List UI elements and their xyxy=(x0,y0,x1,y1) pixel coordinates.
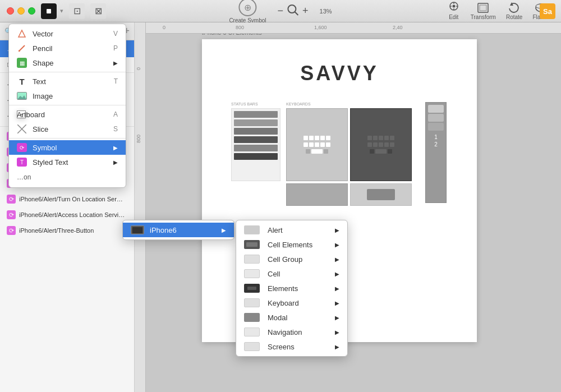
cell-label: Cell xyxy=(268,270,280,278)
ruler-mark-2400: 2,40 xyxy=(393,25,403,30)
menu-item-shape[interactable]: ▦ Shape ▶ xyxy=(9,56,126,70)
navigation-icon xyxy=(244,328,260,336)
status-bars-preview xyxy=(231,108,280,181)
shape-label: Shape xyxy=(33,59,54,67)
symbol-icon-7: ⟳ xyxy=(7,226,16,235)
iphone6-menu-item[interactable]: iPhone6 ▶ xyxy=(123,223,234,237)
canvas-viewport[interactable]: iPhone 6 UI Elements SAVVY STATUS BARS xyxy=(146,34,561,392)
edit-icon xyxy=(447,2,461,14)
menu-item-symbol[interactable]: ⟳ Symbol ▶ xyxy=(9,140,126,155)
cell-elements-icon xyxy=(244,240,260,249)
cell-elements-arrow: ▶ xyxy=(335,242,339,248)
menu-item-text[interactable]: T Text T xyxy=(9,74,126,89)
keyboards-label: KEYBOARDS xyxy=(286,102,421,106)
cat-navigation[interactable]: Navigation ▶ xyxy=(236,325,347,339)
zoom-out-button[interactable]: − xyxy=(278,5,284,17)
modal-icon xyxy=(244,313,260,322)
title-bar: ▾ ⊡ ⊠ ⊕ Create Symbol − + 13% xyxy=(0,0,561,22)
text-icon: T xyxy=(17,76,27,86)
elements-arrow: ▶ xyxy=(335,285,339,292)
keyboard-arrow: ▶ xyxy=(335,300,339,306)
frame-button-1[interactable]: ⊡ xyxy=(69,3,85,19)
transform-button[interactable]: Transform xyxy=(471,2,496,20)
keyboard-dark xyxy=(350,108,412,181)
vector-label: Vector xyxy=(33,30,53,38)
cell-elements-label: Cell Elements xyxy=(268,241,312,249)
ruler-mark-0: 0 xyxy=(163,25,165,30)
canvas-area[interactable]: 0 800 1,600 2,40 0 800 iPhone 6 UI Eleme… xyxy=(135,22,561,392)
menu-item-artboard[interactable]: + Artboard A xyxy=(9,107,126,122)
elements-icon xyxy=(244,284,260,293)
shape-icon: ▦ xyxy=(17,58,27,68)
minimize-button[interactable] xyxy=(17,7,25,15)
keyboards-section: KEYBOARDS xyxy=(286,102,421,206)
toolbar-left: ▾ ⊡ ⊠ xyxy=(7,3,106,19)
vector-shortcut: V xyxy=(113,30,118,38)
close-button[interactable] xyxy=(7,7,14,15)
insert-menu-button[interactable] xyxy=(41,3,57,19)
menu-divider-3 xyxy=(9,138,126,139)
slice-label: Slice xyxy=(33,125,48,133)
cat-modal[interactable]: Modal ▶ xyxy=(236,310,347,325)
sb-1 xyxy=(234,111,278,118)
rotate-icon xyxy=(507,2,522,14)
menu-divider-2 xyxy=(9,105,126,105)
layer-label-5: iPhone6/Alert/Turn On Location Services xyxy=(19,196,126,202)
menu-item-vector[interactable]: Vector V xyxy=(9,26,126,41)
cat-alert[interactable]: Alert ▶ xyxy=(236,223,347,237)
cat-keyboard[interactable]: Keyboard ▶ xyxy=(236,296,347,310)
keyboard-light xyxy=(286,108,348,181)
ruler-v-mark-800: 800 xyxy=(136,135,141,143)
layer-item-6[interactable]: ⟳ iPhone6/Alert/Access Location Services xyxy=(0,207,134,223)
iphone6-submenu: iPhone6 ▶ xyxy=(122,220,234,240)
menu-item-styled-text[interactable]: T Styled Text ▶ xyxy=(9,155,126,169)
pencil-label: Pencil xyxy=(33,44,52,53)
navigation-arrow: ▶ xyxy=(335,329,339,335)
shape-submenu-arrow: ▶ xyxy=(113,60,118,66)
zoom-control: − + xyxy=(278,4,309,18)
create-symbol-button[interactable]: ⊕ Create Symbol xyxy=(229,0,266,24)
cell-group-label: Cell Group xyxy=(268,255,302,264)
fullscreen-button[interactable] xyxy=(28,7,35,15)
menu-item-pencil[interactable]: Pencil P xyxy=(9,41,126,56)
frame-button-2[interactable]: ⊠ xyxy=(90,3,106,19)
layer-label-6: iPhone6/Alert/Access Location Services xyxy=(19,211,126,218)
create-symbol-icon: ⊕ xyxy=(238,0,256,16)
cell-group-arrow: ▶ xyxy=(335,256,339,262)
layer-item-7[interactable]: ⟳ iPhone6/Alert/Three-Button xyxy=(0,223,134,238)
zoom-in-button[interactable]: + xyxy=(302,5,309,17)
menu-item-slice[interactable]: Slice S xyxy=(9,122,126,136)
canvas-content: 0 800 iPhone 6 UI Elements SAVVY STATUS … xyxy=(135,34,561,392)
edit-button[interactable]: Edit xyxy=(447,2,461,20)
cat-screens[interactable]: Screens ▶ xyxy=(236,339,347,354)
layer-on-label: …on xyxy=(17,172,118,183)
modal-label: Modal xyxy=(268,313,287,322)
toolbar-right: Edit Transform Rotate Flatten xyxy=(447,2,550,20)
artboard-sections: STATUS BARS xyxy=(231,102,448,206)
alert-icon xyxy=(244,225,260,234)
styled-text-label: Styled Text xyxy=(33,158,68,167)
cat-cell-group[interactable]: Cell Group ▶ xyxy=(236,252,347,266)
traffic-lights xyxy=(7,7,35,15)
svg-line-1 xyxy=(295,12,298,15)
iphone6-submenu-arrow: ▶ xyxy=(222,227,226,233)
cat-elements[interactable]: Elements ▶ xyxy=(236,281,347,296)
cat-cell[interactable]: Cell ▶ xyxy=(236,266,347,281)
cell-arrow: ▶ xyxy=(335,271,339,277)
menu-item-image[interactable]: Image xyxy=(9,89,126,103)
status-bars-label: STATUS BARS xyxy=(231,102,282,106)
layer-item-5[interactable]: ⟳ iPhone6/Alert/Turn On Location Service… xyxy=(0,191,134,207)
insert-dropdown-menu: Vector V Pencil P ▦ Shape ▶ T Text T Ima… xyxy=(8,24,126,188)
edit-label: Edit xyxy=(449,14,458,20)
styled-text-icon: T xyxy=(17,158,27,167)
rotate-button[interactable]: Rotate xyxy=(506,2,522,20)
cat-cell-elements[interactable]: Cell Elements ▶ xyxy=(236,237,347,252)
text-label: Text xyxy=(33,77,46,86)
categories-submenu: Alert ▶ Cell Elements ▶ Cell Group ▶ Cel… xyxy=(236,220,348,357)
cell-icon xyxy=(244,269,260,278)
image-label: Image xyxy=(33,92,53,100)
artboard-icon: + xyxy=(17,110,26,118)
sb-3 xyxy=(234,128,278,135)
sb-4 xyxy=(234,136,278,143)
symbol-label: Symbol xyxy=(33,144,57,152)
